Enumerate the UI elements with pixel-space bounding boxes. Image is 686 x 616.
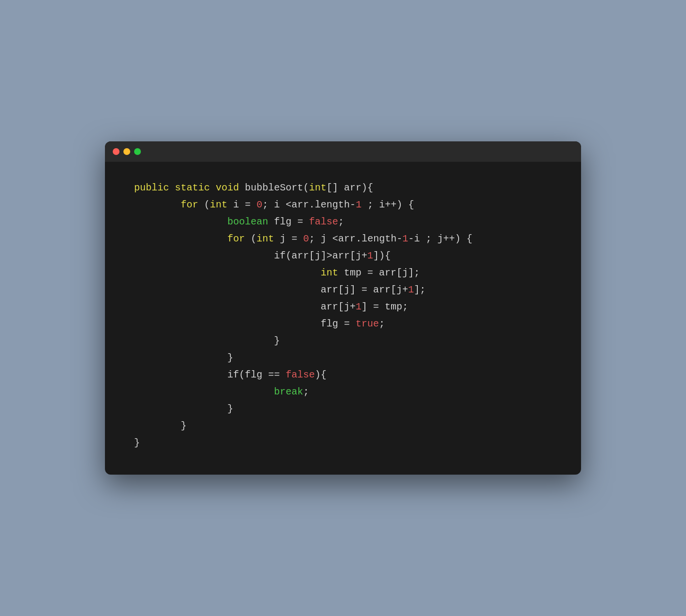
code-line: public static void bubbleSort(int[] arr)…: [134, 179, 552, 196]
code-line: if(arr[j]>arr[j+1]){: [134, 247, 552, 264]
code-line: break;: [134, 383, 552, 400]
code-line: }: [134, 434, 552, 451]
code-line: }: [134, 349, 552, 366]
code-line: arr[j] = arr[j+1];: [134, 281, 552, 298]
maximize-button[interactable]: [134, 148, 141, 155]
code-line: int tmp = arr[j];: [134, 264, 552, 281]
code-editor: public static void bubbleSort(int[] arr)…: [105, 162, 581, 475]
titlebar: [105, 141, 581, 162]
code-line: for (int j = 0; j <arr.length-1-i ; j++)…: [134, 230, 552, 247]
minimize-button[interactable]: [123, 148, 130, 155]
code-line: for (int i = 0; i <arr.length-1 ; i++) {: [134, 196, 552, 213]
code-line: if(flg == false){: [134, 366, 552, 383]
code-line: }: [134, 400, 552, 417]
code-line: flg = true;: [134, 315, 552, 332]
code-window: public static void bubbleSort(int[] arr)…: [105, 141, 581, 475]
close-button[interactable]: [113, 148, 120, 155]
code-line: }: [134, 332, 552, 349]
code-line: arr[j+1] = tmp;: [134, 298, 552, 315]
code-line: boolean flg = false;: [134, 213, 552, 230]
code-line: }: [134, 417, 552, 434]
